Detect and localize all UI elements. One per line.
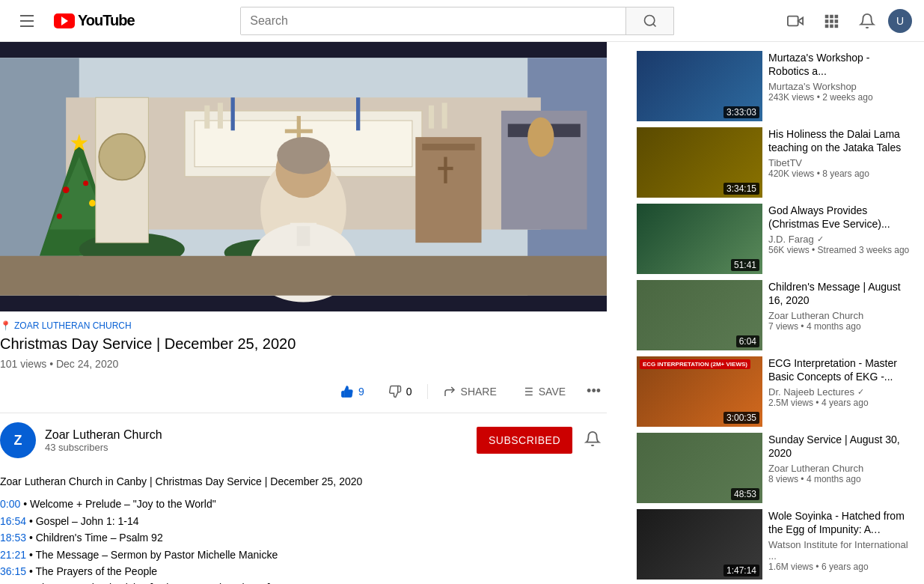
timestamp-item: 38:37 • The Great Thanksgiving [Holy Com… (0, 580, 607, 584)
sidebar-item[interactable]: 48:53 Sunday Service | August 30, 2020 Z… (637, 433, 912, 503)
svg-rect-21 (285, 130, 313, 133)
sidebar-info: Sunday Service | August 30, 2020 Zoar Lu… (768, 433, 912, 503)
timestamp-item: 18:53 • Children's Time – Psalm 92 (0, 529, 607, 546)
svg-rect-6 (835, 14, 839, 18)
like-count: 9 (358, 386, 364, 398)
timestamp-item: 16:54 • Gospel – John 1: 1-14 (0, 513, 607, 529)
more-options-button[interactable]: ••• (581, 379, 607, 404)
thumbs-down-icon (388, 385, 402, 398)
dislike-button[interactable]: 0 (379, 380, 421, 403)
sidebar-info: Children's Message | August 16, 2020 Zoa… (768, 280, 912, 350)
timestamp-link[interactable]: 0:00 (0, 498, 20, 510)
youtube-icon (54, 13, 75, 28)
share-button[interactable]: SHARE (434, 380, 506, 403)
save-icon (521, 385, 534, 398)
thumbnail-container: 1:47:14 (637, 509, 762, 580)
location-icon: 📍 (0, 320, 11, 331)
timestamp-link[interactable]: 36:15 (0, 565, 26, 577)
sidebar-item[interactable]: ECG INTERPRETATION (2M+ VIEWS) 3:00:35 E… (637, 356, 912, 427)
video-actions: 9 0 SHARE (0, 379, 607, 413)
thumbnail-container: 3:33:03 (637, 51, 762, 121)
sidebar-title: Wole Soyinka - Hatched from the Egg of I… (768, 509, 912, 536)
timestamps-container: 0:00 • Welcome + Prelude – "Joy to the W… (0, 496, 607, 584)
sidebar-info: Murtaza's Workshop - Robotics a... Murta… (768, 51, 912, 121)
svg-point-43 (99, 134, 145, 180)
thumbnail-container: 3:34:15 (637, 127, 762, 198)
sidebar-item[interactable]: 6:04 Children's Message | August 16, 202… (637, 280, 912, 350)
video-meta: 101 views • Dec 24, 2020 (0, 358, 607, 370)
sidebar-info: Wole Soyinka - Hatched from the Egg of I… (768, 509, 912, 580)
channel-name[interactable]: Zoar Lutheran Church (45, 428, 162, 442)
svg-rect-4 (825, 14, 829, 18)
timestamp-item: 0:00 • Welcome + Prelude – "Joy to the W… (0, 496, 607, 512)
sidebar-channel: Watson Institute for International ... (768, 539, 912, 562)
header: YouTube (0, 0, 924, 42)
hamburger-menu-button[interactable] (12, 6, 42, 36)
svg-point-52 (527, 118, 554, 157)
sidebar-meta: 1.6M views • 6 years ago (768, 562, 912, 572)
duration-badge: 6:04 (736, 335, 759, 347)
sidebar-title: ECG Interpretation - Master Basic Concep… (768, 356, 912, 383)
share-icon (443, 385, 456, 398)
sidebar-meta: 8 views • 4 months ago (768, 474, 912, 484)
search-button[interactable] (625, 7, 673, 34)
timestamp-link[interactable]: 16:54 (0, 515, 26, 527)
sidebar-info: His Holiness the Dalai Lama teaching on … (768, 127, 912, 198)
save-button[interactable]: SAVE (512, 380, 575, 403)
sidebar-title: Sunday Service | August 30, 2020 (768, 433, 912, 460)
sidebar-item[interactable]: 3:34:15 His Holiness the Dalai Lama teac… (637, 127, 912, 198)
search-input[interactable] (241, 7, 625, 34)
sidebar-channel: J.D. Farag ✓ (768, 234, 912, 245)
timestamp-item: 21:21 • The Message – Sermon by Pastor M… (0, 547, 607, 563)
duration-badge: 51:41 (731, 259, 759, 271)
sidebar-title: Murtaza's Workshop - Robotics a... (768, 51, 912, 78)
divider (427, 384, 428, 399)
subscribe-button[interactable]: SUBSCRIBED (477, 427, 572, 454)
duration-badge: 48:53 (731, 488, 759, 500)
video-player[interactable] (0, 42, 607, 311)
svg-rect-11 (830, 24, 833, 28)
svg-point-36 (89, 200, 96, 207)
dislike-count: 0 (406, 386, 412, 398)
svg-rect-22 (204, 106, 209, 129)
avatar[interactable]: U (888, 9, 912, 33)
notifications-button[interactable] (852, 6, 882, 36)
sidebar-meta: 2.5M views • 4 years ago (768, 398, 912, 408)
svg-point-0 (644, 15, 654, 25)
sidebar-info: God Always Provides (Christmas Eve Servi… (768, 204, 912, 274)
sidebar-item[interactable]: 51:41 God Always Provides (Christmas Eve… (637, 204, 912, 274)
sidebar-title: His Holiness the Dalai Lama teaching on … (768, 127, 912, 154)
like-button[interactable]: 9 (331, 380, 373, 403)
verified-icon: ✓ (857, 387, 864, 397)
sidebar-item[interactable]: 1:47:14 Wole Soyinka - Hatched from the … (637, 509, 912, 580)
search-icon (643, 13, 658, 28)
notification-bell-button[interactable] (578, 425, 607, 457)
svg-marker-2 (798, 17, 803, 24)
channel-avatar[interactable]: Z (0, 422, 36, 458)
timestamp-item: 36:15 • The Prayers of the People (0, 563, 607, 580)
apps-button[interactable] (816, 6, 846, 36)
thumbnail-container: ECG INTERPRETATION (2M+ VIEWS) 3:00:35 (637, 356, 762, 427)
description-header: Zoar Lutheran Church in Canby | Christma… (0, 473, 607, 490)
svg-rect-24 (429, 106, 434, 129)
video-title: Christmas Day Service | December 25, 202… (0, 334, 607, 353)
video-camera-button[interactable] (780, 6, 810, 36)
svg-rect-8 (830, 19, 833, 23)
svg-point-35 (63, 186, 70, 193)
sidebar-meta: 243K views • 2 weeks ago (768, 92, 912, 103)
youtube-logo[interactable]: YouTube (54, 12, 135, 29)
svg-rect-23 (218, 103, 223, 128)
channel-left: Z Zoar Lutheran Church 43 subscribers (0, 422, 162, 458)
video-info: 📍 ZOAR LUTHERAN CHURCH Christmas Day Ser… (0, 311, 607, 584)
channel-right: SUBSCRIBED (477, 425, 607, 457)
svg-rect-32 (438, 167, 453, 170)
video-section: 📍 ZOAR LUTHERAN CHURCH Christmas Day Ser… (0, 42, 625, 584)
thumbnail-container: 6:04 (637, 280, 762, 350)
subscriber-count: 43 subscribers (45, 442, 162, 453)
svg-rect-7 (825, 19, 829, 23)
timestamp-link[interactable]: 21:21 (0, 549, 26, 561)
svg-line-1 (653, 23, 656, 26)
sidebar-item[interactable]: 3:33:03 Murtaza's Workshop - Robotics a.… (637, 51, 912, 121)
sidebar-channel: Murtaza's Workshop (768, 81, 912, 92)
timestamp-link[interactable]: 18:53 (0, 532, 26, 544)
